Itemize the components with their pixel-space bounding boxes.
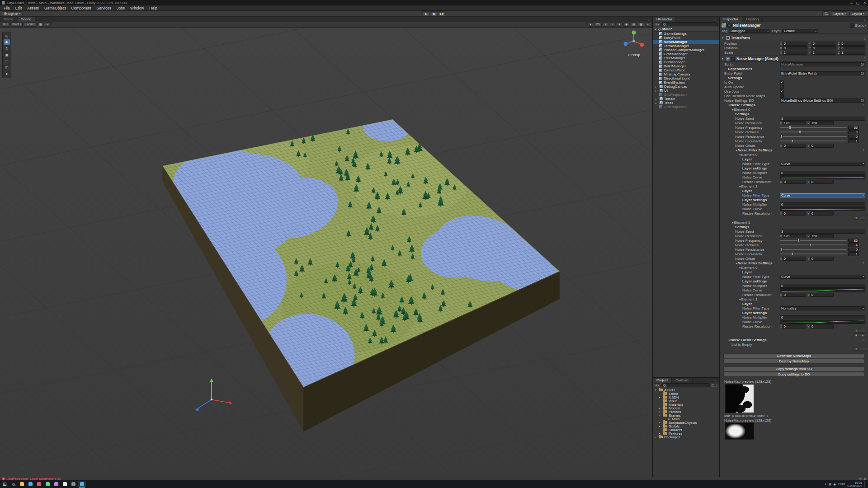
move-tool-icon[interactable]: ✚ [4, 39, 10, 45]
lighting-toggle-icon[interactable]: ☀ [603, 22, 609, 27]
expand-arrow-icon[interactable]: ▸ [659, 396, 662, 399]
expand-arrow-icon[interactable]: ▸ [656, 85, 658, 88]
object-picker-icon[interactable] [861, 72, 864, 75]
editor-tool-icon[interactable]: ● [4, 71, 10, 77]
noise-curve-curve-field[interactable] [780, 288, 865, 292]
is-on-checkbox[interactable]: ✓ [780, 80, 784, 84]
taskbar-app-3[interactable] [35, 481, 43, 488]
snap-button[interactable]: ⌖ [45, 22, 51, 27]
foldout-element-1[interactable]: ▼Element 1 [720, 221, 865, 225]
resize-resolution-x-field[interactable]: 0 [783, 293, 806, 297]
taskbar-app-5[interactable] [52, 481, 60, 488]
noise-filter-type-dropdown[interactable]: Curve▾ [780, 193, 865, 197]
hierarchy-item-poissonsamplermanager[interactable]: PoissonSamplerManager [653, 48, 719, 52]
destroy-noisemap-button[interactable]: Destroy NoiseMap [723, 359, 864, 364]
tab-scene[interactable]: Scene [18, 17, 36, 22]
copy-settings-to-so-button[interactable]: Copy settings to SO [723, 372, 864, 377]
component-header-transform[interactable]: ▼Transform⋮ [720, 35, 868, 41]
grid-toggle-icon[interactable]: ▦ [638, 22, 644, 27]
object-picker-icon[interactable] [861, 63, 864, 66]
expand-arrow-icon[interactable]: ▸ [659, 421, 662, 424]
layout-dropdown[interactable]: Layout▾ [849, 11, 866, 16]
noise-multiplier-field[interactable]: 0 [780, 315, 865, 319]
noise-persistance-slider[interactable] [780, 136, 847, 137]
menu-item-services[interactable]: Services [94, 6, 114, 10]
audio-toggle-icon[interactable]: ♪ [610, 22, 616, 27]
taskbar-app-2[interactable] [27, 481, 34, 488]
noise-lacunarity-slider[interactable] [780, 253, 847, 254]
noise-resolution-y-field[interactable]: 128 [810, 121, 834, 125]
component-menu-icon[interactable]: ⋮ [863, 36, 866, 40]
noise-frequency-value-field[interactable]: 55 [848, 126, 859, 130]
foldout-element-0[interactable]: ▼Element 0 [720, 108, 865, 112]
use-blended-noise-maps-checkbox[interactable] [780, 94, 784, 98]
taskbar-app-6[interactable] [61, 481, 69, 488]
scene-header-row[interactable]: ▼ Main* [653, 27, 719, 32]
noise-octaves-slider[interactable] [780, 131, 847, 132]
search-button[interactable] [822, 11, 830, 16]
expand-arrow-icon[interactable]: ▾ [655, 389, 657, 391]
tab-inspector[interactable]: Inspector [720, 17, 742, 22]
active-checkbox[interactable]: ✓ [727, 23, 731, 28]
tray-icon-3[interactable]: ◉ [833, 483, 836, 486]
expand-arrow-icon[interactable]: ▸ [659, 425, 662, 427]
resize-resolution-y-field[interactable]: 0 [810, 211, 834, 216]
inspector-scroll-area[interactable]: ✓ NoiseManager Static ▾ Tag Untagged▾ La… [720, 22, 868, 477]
foldout-arrow-icon[interactable]: ▼ [722, 57, 725, 60]
menu-item-component[interactable]: Component [69, 6, 94, 10]
visibility-toggle-icon[interactable]: ◉ [623, 22, 630, 27]
step-button[interactable]: ▶▮ [438, 11, 446, 16]
project-item-scenes[interactable]: ▾Scenes [653, 413, 719, 417]
tag-dropdown[interactable]: Untagged▾ [729, 29, 770, 33]
noise-persistance-value-field[interactable]: 0 [848, 248, 859, 252]
auto-update-checkbox[interactable]: ✓ [780, 85, 784, 89]
hierarchy-item-eventsystem[interactable]: EventSystem [653, 80, 719, 84]
rotation-y-field[interactable]: 0 [811, 46, 836, 50]
shading-mode-icon[interactable]: ◑ [587, 22, 593, 27]
add-asset-button[interactable]: +▾ [654, 383, 660, 387]
noise-curve-curve-field[interactable] [780, 320, 865, 324]
panel-menu-icon[interactable]: ⋮ [712, 378, 719, 383]
view-tool-icon[interactable]: ◎ [4, 33, 10, 39]
show-desktop-button[interactable] [864, 481, 866, 488]
menu-item-jobs[interactable]: Jobs [114, 6, 127, 10]
hierarchy-item-terrain[interactable]: ▸Terrain [653, 97, 719, 101]
hierarchy-item-minimapcamera[interactable]: MinimapCamera [653, 72, 719, 76]
list-add-button[interactable]: + [854, 216, 859, 220]
hierarchy-item-gridprojection[interactable]: GridProjection [653, 93, 719, 97]
copy-settings-from-so-button[interactable]: Copy settings from SO [723, 366, 864, 371]
noise-resolution-x-field[interactable]: 128 [783, 121, 806, 125]
noise-seed-field[interactable]: 3 [780, 230, 865, 234]
hierarchy-item-gridmanager[interactable]: GridManager [653, 60, 719, 64]
noise-offset-y-field[interactable]: 0 [810, 144, 834, 148]
hierarchy-item-terrainmanager[interactable]: TerrainManager [653, 44, 719, 48]
position-z-field[interactable]: 0 [840, 42, 865, 46]
noise-persistance-value-field[interactable]: 0 [848, 135, 859, 139]
noise-frequency-slider[interactable] [780, 127, 847, 128]
expand-arrow-icon[interactable]: ▾ [659, 414, 662, 417]
hierarchy-item-buildmanager[interactable]: BuildManager [653, 64, 719, 68]
noise-resolution-y-field[interactable]: 128 [810, 234, 834, 238]
noise-octaves-value-field[interactable]: 4 [848, 243, 859, 247]
use-jobs-checkbox[interactable]: ✓ [780, 89, 784, 94]
hierarchy-item-gridprojection[interactable]: GridProjection [653, 105, 719, 109]
tray-icon-2[interactable]: ▤ [829, 483, 832, 486]
noise-frequency-slider[interactable] [780, 240, 847, 241]
position-x-field[interactable]: 0 [783, 42, 807, 46]
project-item-textures[interactable]: ▸Textures [653, 432, 719, 435]
noise-offset-x-field[interactable]: 0 [783, 257, 806, 261]
resize-resolution-x-field[interactable]: 0 [783, 180, 806, 184]
tab-hierarchy[interactable]: Hierarchy [653, 17, 676, 22]
list-remove-button[interactable]: − [860, 333, 865, 337]
foldout-element-0[interactable]: ▼Element 0 [720, 153, 865, 157]
layers-dropdown[interactable]: Layers▾ [831, 11, 848, 16]
foldout-element-1[interactable]: ▼Element 1 [720, 297, 865, 301]
rect-tool-icon[interactable]: ▭ [4, 58, 10, 64]
script-object-field[interactable]: NoiseManager [780, 62, 865, 66]
noise-persistance-slider[interactable] [780, 249, 847, 250]
position-y-field[interactable]: 0 [811, 42, 836, 46]
gizmos-toggle-icon[interactable]: ⌖ [645, 22, 651, 27]
noise-resolution-x-field[interactable]: 128 [783, 234, 806, 238]
tab-console[interactable]: Console [672, 378, 693, 383]
language-indicator[interactable]: ENG [838, 483, 845, 486]
